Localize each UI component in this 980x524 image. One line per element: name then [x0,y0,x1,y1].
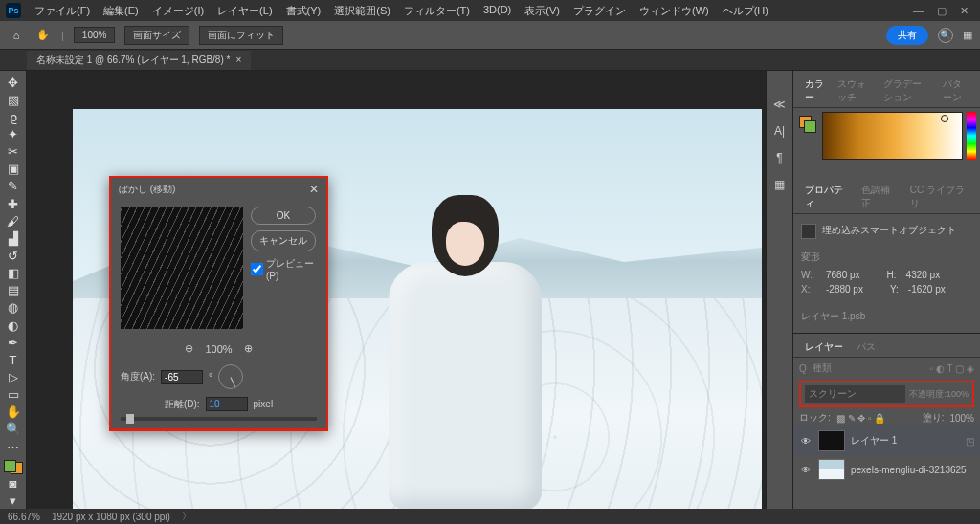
tab-layers[interactable]: レイヤー [799,338,849,357]
actions-panel-icon[interactable]: ▦ [771,176,789,193]
minimize-icon[interactable]: — [913,5,924,17]
layer-row[interactable]: 👁 pexels-mengliu-di-3213625 [793,455,980,484]
menu-edit[interactable]: 編集(E) [98,1,145,21]
height-value[interactable]: 4320 px [906,270,941,280]
menu-image[interactable]: イメージ(I) [146,1,210,21]
hue-slider[interactable] [967,112,976,160]
stamp-tool-icon[interactable]: ▟ [3,230,24,246]
eyedropper-tool-icon[interactable]: ✎ [3,179,24,194]
gradient-tool-icon[interactable]: ▤ [3,283,24,298]
layer-row[interactable]: 👁 レイヤー 1 ◳ [793,426,980,455]
menu-select[interactable]: 選択範囲(S) [328,1,396,21]
fill-value[interactable]: 100% [949,413,974,424]
dialog-preview[interactable] [121,207,243,329]
y-value[interactable]: -1620 px [908,284,946,295]
share-button[interactable]: 共有 [886,26,928,45]
visibility-icon[interactable]: 👁 [799,436,813,447]
color-picker[interactable] [822,112,963,160]
blend-mode-select[interactable]: スクリーン [805,385,905,403]
pen-tool-icon[interactable]: ✒ [3,335,24,350]
marquee-tool-icon[interactable]: ▧ [3,92,24,107]
image-subject [360,195,551,509]
document-tab[interactable]: 名称未設定 1 @ 66.7% (レイヤー 1, RGB/8) * × [27,51,251,70]
workspace-icon[interactable]: ▦ [963,29,972,41]
tab-color[interactable]: カラー [799,75,830,107]
tab-close-icon[interactable]: × [235,55,241,65]
dialog-title: ぼかし (移動) [119,183,175,196]
ok-button[interactable]: OK [251,207,316,225]
visibility-icon[interactable]: 👁 [799,465,813,475]
tab-adjustments[interactable]: 色調補正 [856,181,902,213]
hand-nav-icon[interactable]: ✋ [3,404,24,420]
tab-paths[interactable]: パス [851,338,881,357]
lasso-tool-icon[interactable]: ϱ [3,109,24,124]
hand-tool-icon[interactable]: ✋ [34,27,52,44]
menu-file[interactable]: ファイル(F) [29,1,96,21]
wand-tool-icon[interactable]: ✦ [3,126,24,142]
fit-window-button[interactable]: 画面にフィット [199,26,283,45]
lock-icons[interactable]: ▩ ✎ ✥ ▫ 🔒 [836,413,886,424]
properties-header: 埋め込みスマートオブジェクト [822,224,956,239]
path-tool-icon[interactable]: ▷ [3,369,24,384]
layer-name[interactable]: pexels-mengliu-di-3213625 [851,465,967,475]
shape-tool-icon[interactable]: ▭ [3,387,24,403]
screenmode-icon[interactable]: ▾ [3,493,24,509]
menu-window[interactable]: ウィンドウ(W) [634,1,715,21]
zoom-in-icon[interactable]: ⊕ [244,342,253,355]
menu-plugins[interactable]: プラグイン [568,1,632,21]
eraser-tool-icon[interactable]: ◧ [3,266,24,281]
opacity-value[interactable]: 100% [947,389,969,399]
menu-view[interactable]: 表示(V) [519,1,566,21]
home-icon[interactable]: ⌂ [8,27,25,44]
paragraph-panel-icon[interactable]: ¶ [771,149,789,166]
angle-input[interactable] [161,370,203,384]
zoom-field[interactable]: 100% [74,27,116,43]
maximize-icon[interactable]: ▢ [937,5,947,17]
crop-tool-icon[interactable]: ✂ [3,144,24,160]
tab-patterns[interactable]: パターン [937,75,974,107]
menu-filter[interactable]: フィルター(T) [398,1,476,21]
menu-help[interactable]: ヘルプ(H) [717,1,774,21]
dodge-tool-icon[interactable]: ◐ [3,317,24,333]
tab-properties[interactable]: プロパティ [799,181,854,213]
x-value[interactable]: -2880 px [826,284,863,295]
dialog-close-icon[interactable]: ✕ [309,183,319,196]
zoom-tool-icon[interactable]: 🔍 [3,422,24,437]
heal-tool-icon[interactable]: ✚ [3,196,24,211]
history-panel-icon[interactable]: ≪ [771,96,789,113]
edit-toolbar-icon[interactable]: ⋯ [3,439,24,454]
width-value[interactable]: 7680 px [826,270,860,280]
layer-filter-kind[interactable]: 種類 [813,361,832,375]
close-icon[interactable]: ✕ [960,5,969,17]
tab-gradients[interactable]: グラデーション [878,75,935,107]
menu-layer[interactable]: レイヤー(L) [212,1,278,21]
zoom-out-icon[interactable]: ⊖ [185,342,193,355]
search-icon[interactable]: 🔍 [938,28,953,43]
history-brush-icon[interactable]: ↺ [3,248,24,263]
distance-slider[interactable] [121,417,317,421]
status-zoom[interactable]: 66.67% [8,512,40,522]
distance-input[interactable] [206,397,248,411]
menu-type[interactable]: 書式(Y) [280,1,327,21]
right-panels: カラー スウォッチ グラデーション パターン プロパティ 色調補正 CC ライブ… [792,71,980,509]
tab-swatches[interactable]: スウォッチ [832,75,876,107]
type-tool-icon[interactable]: T [3,352,24,367]
preview-checkbox[interactable]: プレビュー(P) [251,257,316,281]
move-tool-icon[interactable]: ✥ [3,75,24,90]
quickmask-icon[interactable]: ◙ [3,476,24,491]
panel-color-swatch[interactable] [799,116,816,133]
layer-name[interactable]: レイヤー 1 [851,434,897,448]
menu-3d[interactable]: 3D(D) [478,1,517,21]
angle-dial[interactable] [218,364,243,389]
status-docinfo[interactable]: 1920 px x 1080 px (300 ppi) [52,512,170,522]
blur-tool-icon[interactable]: ◍ [3,300,24,316]
fit-screen-button[interactable]: 画面サイズ [124,26,189,45]
layers-panel: レイヤー パス Q種類 ▫ ◐ T ▢ ◈ スクリーン 不透明度: 100% ロ… [793,333,980,509]
brush-tool-icon[interactable]: 🖌 [3,213,24,229]
character-panel-icon[interactable]: A| [771,122,789,140]
tab-libraries[interactable]: CC ライブラリ [904,181,974,213]
cancel-button[interactable]: キャンセル [251,230,316,251]
frame-tool-icon[interactable]: ▣ [3,162,24,177]
color-swatch[interactable] [4,460,23,474]
canvas-area[interactable]: ぼかし (移動) ✕ OK キャンセル プレビュー(P) ⊖ 100% ⊕ 角度… [27,71,766,509]
